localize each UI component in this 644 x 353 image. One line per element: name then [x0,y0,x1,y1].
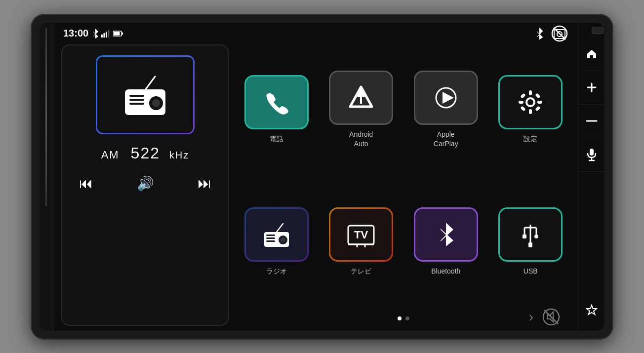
prev-button[interactable]: ⏮ [79,175,93,192]
svg-line-53 [544,310,558,324]
svg-line-34 [277,224,283,232]
radio-app-icon [261,221,292,248]
radio-icon [121,73,170,117]
star-button[interactable] [578,293,604,327]
phone-icon [263,88,290,116]
minus-icon [586,119,598,123]
plus-icon [586,81,598,93]
svg-rect-57 [590,149,594,156]
status-left: 13:00 [63,28,123,39]
app-tv-label: テレビ [351,267,371,275]
content-row: AM 522 kHz ⏮ 🔊 ⏭ [53,44,578,331]
svg-point-24 [527,99,533,105]
device-frame: 13:00 [31,14,613,340]
plus-button[interactable] [578,71,604,105]
right-sidebar [578,23,604,331]
svg-point-17 [152,99,160,107]
status-bar: 13:00 [53,23,578,44]
svg-marker-22 [443,92,454,104]
svg-rect-25 [529,90,532,95]
main-content: 13:00 [53,23,578,331]
status-right [534,25,568,42]
screen: 13:00 [40,23,604,331]
app-radio-label: ラジオ [266,267,287,275]
svg-text:TV: TV [354,229,368,241]
app-usb-label: USB [523,267,538,275]
svg-rect-2 [106,32,107,38]
svg-rect-1 [104,33,105,38]
home-icon [586,48,598,60]
svg-rect-13 [129,95,144,97]
svg-point-39 [281,237,285,242]
app-android[interactable]: AndroidAuto [322,46,401,173]
usb-icon [518,221,543,248]
carplay-icon [431,83,461,113]
svg-line-12 [145,77,155,90]
svg-rect-51 [528,242,532,247]
settings-icon [516,88,545,117]
radio-panel: AM 522 kHz ⏮ 🔊 ⏭ [61,44,229,326]
signal-icon [101,30,111,38]
svg-rect-14 [129,99,144,101]
svg-rect-28 [537,101,542,104]
svg-rect-49 [523,235,526,238]
app-settings[interactable]: 設定 [491,46,570,173]
status-icons [91,29,123,39]
battery-icon [113,31,123,37]
svg-rect-15 [129,103,144,105]
app-bluetooth-label: Bluetooth [431,267,460,275]
left-sidebar [40,23,53,331]
status-time: 13:00 [63,28,88,39]
bottom-bar: › [237,305,570,326]
dot-2 [405,316,409,320]
app-bluetooth[interactable]: Bluetooth [406,179,485,305]
tv-icon: TV [346,222,376,247]
home-button[interactable] [578,38,604,71]
radio-controls: ⏮ 🔊 ⏭ [74,175,216,192]
svg-rect-27 [519,101,523,104]
svg-rect-31 [521,106,526,112]
minus-button[interactable] [578,105,604,138]
volume-button[interactable]: 🔊 [137,175,154,192]
star-icon [586,304,598,316]
bluetooth-status-icon [91,29,99,39]
svg-rect-32 [535,106,541,112]
app-phone[interactable]: 電話 [237,46,316,173]
sidebar-line [45,28,47,206]
svg-rect-26 [529,109,532,114]
mic-icon [586,148,597,161]
bluetooth-top-icon [534,27,544,40]
radio-frequency: AM 522 kHz [101,144,190,162]
top-indicator [592,27,604,34]
svg-rect-29 [521,93,526,99]
app-radio[interactable]: ラジオ [237,179,316,305]
svg-rect-37 [266,240,275,242]
svg-rect-5 [122,32,123,35]
app-grid-area: 電話 [237,44,570,326]
svg-rect-0 [101,35,103,38]
svg-point-50 [534,235,538,238]
app-phone-label: 電話 [270,134,283,143]
next-page-button[interactable]: › [529,309,533,325]
svg-rect-6 [114,32,120,35]
app-carplay-label: AppleCarPlay [434,130,458,148]
svg-rect-3 [108,30,110,38]
svg-rect-35 [266,235,275,236]
app-android-label: AndroidAuto [349,130,373,148]
svg-rect-30 [535,93,541,99]
dot-1 [398,316,402,320]
pagination [398,313,409,324]
svg-rect-36 [266,237,275,239]
radio-icon-box[interactable] [96,55,195,134]
app-tv[interactable]: TV テレビ [322,179,401,305]
app-grid: 電話 [237,46,570,305]
no-photo-icon [551,25,568,42]
next-button[interactable]: ⏭ [198,175,211,192]
bluetooth-app-icon [436,221,456,248]
no-sound-icon[interactable] [542,308,560,326]
app-usb[interactable]: USB [491,179,570,305]
android-auto-icon [346,83,376,113]
app-settings-label: 設定 [523,134,537,143]
mic-button[interactable] [578,138,604,172]
app-carplay[interactable]: AppleCarPlay [406,46,485,173]
